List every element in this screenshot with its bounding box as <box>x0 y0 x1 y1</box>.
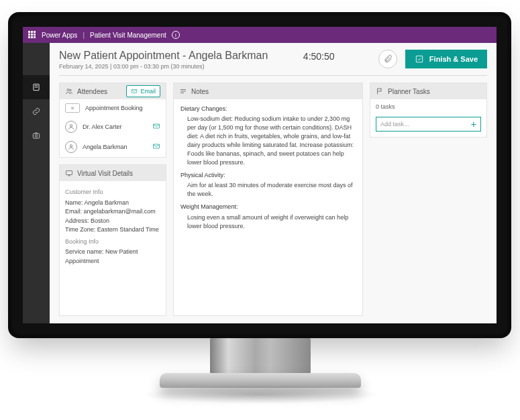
plus-icon: + <box>471 119 476 129</box>
monitor-shadow <box>140 385 381 404</box>
virtual-visit-title: Virtual Visit Details <box>77 170 133 177</box>
svg-rect-8 <box>132 90 138 93</box>
finish-save-label: Finish & Save <box>429 55 478 63</box>
virtual-visit-panel: Virtual Visit Details Customer Info Name… <box>59 164 166 316</box>
attach-button[interactable] <box>378 50 397 68</box>
monitor-icon <box>65 169 73 177</box>
mail-icon[interactable] <box>152 122 160 132</box>
svg-rect-12 <box>154 144 160 148</box>
attendees-icon <box>65 87 73 95</box>
svg-point-9 <box>70 125 72 127</box>
attendee-row: ⊞ Appointment Booking <box>60 99 166 117</box>
add-task-input[interactable]: Add task... + <box>376 117 481 132</box>
booking-service-icon: ⊞ <box>65 103 80 113</box>
svg-rect-5 <box>416 56 422 62</box>
task-count: 0 tasks <box>370 99 486 114</box>
flag-icon <box>376 87 384 95</box>
person-icon <box>65 121 77 133</box>
top-app-name: Patient Visit Management <box>90 32 166 39</box>
notes-title: Notes <box>191 88 209 95</box>
attendee-row: Dr. Alex Carter <box>60 117 166 137</box>
info-icon[interactable]: i <box>172 31 180 39</box>
top-bar: Power Apps | Patient Visit Management i <box>23 27 497 43</box>
page-subtitle: February 14, 2025 | 03:00 pm - 03:30 pm … <box>59 63 295 70</box>
monitor-frame: Power Apps | Patient Visit Management i … <box>12 16 507 334</box>
attendee-row: Angela Barkman <box>60 137 166 157</box>
top-brand: Power Apps <box>42 32 77 39</box>
side-rail <box>23 43 50 323</box>
svg-rect-10 <box>154 124 160 128</box>
separator: | <box>83 32 85 39</box>
attendees-title: Attendees <box>77 88 107 95</box>
svg-point-7 <box>70 89 72 91</box>
add-task-placeholder: Add task... <box>380 121 409 127</box>
person-icon <box>65 141 77 153</box>
main-area: New Patient Appointment - Angela Barkman… <box>50 43 497 323</box>
svg-point-4 <box>35 135 38 138</box>
svg-point-11 <box>70 145 72 147</box>
page-title: New Patient Appointment - Angela Barkman <box>59 50 295 62</box>
email-attendees-button[interactable]: Email <box>126 85 160 97</box>
finish-save-button[interactable]: Finish & Save <box>405 50 487 68</box>
mail-icon[interactable] <box>152 142 160 152</box>
monitor-stand-neck <box>210 338 311 377</box>
svg-rect-13 <box>66 171 72 175</box>
planner-panel: Planner Tasks 0 tasks Add task... + <box>370 83 487 138</box>
booking-info-label: Booking Info <box>65 238 160 247</box>
notes-panel: Notes Dietary Changes: Low-sodium diet: … <box>173 83 363 316</box>
screen: Power Apps | Patient Visit Management i … <box>23 27 497 323</box>
nav-camera-icon[interactable] <box>23 123 50 148</box>
notes-icon <box>179 87 187 95</box>
attendees-panel: Attendees Email ⊞ Appointment Booking <box>59 83 166 158</box>
elapsed-timer: 4:50:50 <box>303 51 370 62</box>
nav-notes-icon[interactable] <box>23 75 50 99</box>
page-header: New Patient Appointment - Angela Barkman… <box>59 50 487 76</box>
nav-link-icon[interactable] <box>23 99 50 123</box>
planner-title: Planner Tasks <box>388 88 430 95</box>
notes-body[interactable]: Dietary Changes: Low-sodium diet: Reduci… <box>174 99 362 240</box>
svg-rect-3 <box>33 134 39 138</box>
customer-info-label: Customer Info <box>65 188 160 197</box>
svg-point-6 <box>67 89 69 91</box>
app-launcher-icon[interactable] <box>28 31 36 39</box>
